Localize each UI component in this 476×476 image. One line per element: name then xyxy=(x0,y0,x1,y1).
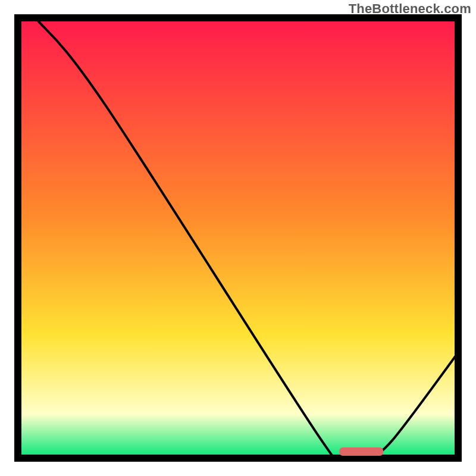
chart-frame: TheBottleneck.com xyxy=(0,0,476,476)
plot-background xyxy=(18,18,458,458)
watermark-text: TheBottleneck.com xyxy=(349,1,471,17)
chart-svg xyxy=(0,0,476,476)
optimal-marker xyxy=(339,447,383,456)
